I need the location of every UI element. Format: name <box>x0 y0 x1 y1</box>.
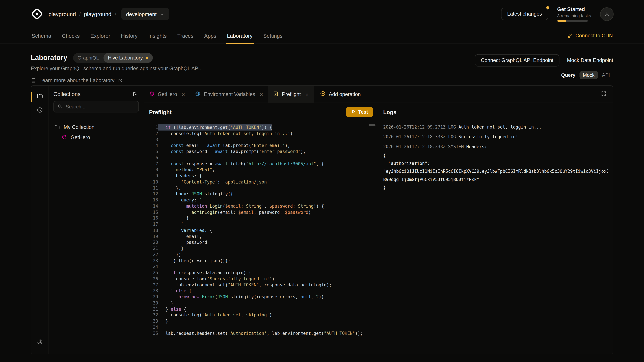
test-button[interactable]: Test <box>346 107 373 117</box>
tab-label: GetHero <box>158 91 177 97</box>
tab-label: Environment Variables <box>204 91 255 97</box>
code-editor[interactable]: 1if (!lab.environment.get("AUTH_TOKEN"))… <box>144 121 378 354</box>
play-icon <box>351 109 356 115</box>
code-line[interactable]: 16 } <box>144 215 378 221</box>
breadcrumb-org[interactable]: playground <box>48 11 76 17</box>
minimap[interactable] <box>369 124 375 126</box>
connect-to-cdn-link[interactable]: Connect to CDN <box>567 33 618 38</box>
rail-settings-button[interactable] <box>31 336 48 350</box>
code-line[interactable]: 9 headers: { <box>144 173 378 179</box>
code-line[interactable]: 27 lab.environment.set("AUTH_TOKEN", res… <box>144 282 378 288</box>
learn-more-label: Learn more about the Laboratory <box>40 78 114 83</box>
line-number: 29 <box>144 294 158 300</box>
code-line[interactable]: 29 throw new Error(JSON.stringify(respon… <box>144 294 378 300</box>
rail-history-button[interactable] <box>31 104 48 118</box>
target-selector[interactable]: development <box>121 8 170 20</box>
line-number: 3 <box>144 136 158 142</box>
code-line[interactable]: 24 <box>144 264 378 270</box>
code-line[interactable]: 8 method: "POST", <box>144 167 378 173</box>
code-line[interactable]: 5 const password = await lab.prompt('Ent… <box>144 149 378 155</box>
code-line[interactable]: 34 <box>144 324 378 330</box>
code-line[interactable]: 30 } <box>144 300 378 306</box>
hive-logo-icon[interactable] <box>30 7 44 20</box>
search-input[interactable] <box>66 104 135 110</box>
code-line[interactable]: 32 console.log('Auth token set, skipping… <box>144 312 378 318</box>
laboratory-mode-badge[interactable]: GraphiQL Hive Laboratory <box>73 53 152 63</box>
code-line[interactable]: 2 console.log('Auth token not set, loggi… <box>144 130 378 136</box>
tree-item-my-collection[interactable]: My Collection <box>48 122 144 132</box>
badge-hive-laboratory[interactable]: Hive Laboratory <box>104 53 152 63</box>
badge-dot <box>146 57 148 59</box>
code-line[interactable]: 12 body: JSON.stringify({ <box>144 191 378 197</box>
code-line[interactable]: 6 <box>144 155 378 161</box>
collections-search[interactable] <box>53 101 139 112</box>
code-line[interactable]: 19 email, <box>144 233 378 239</box>
query-toggle-api[interactable]: API <box>599 71 613 79</box>
code-line[interactable]: 17 `, <box>144 221 378 227</box>
nav-item-traces[interactable]: Traces <box>172 28 199 43</box>
tree-item-gethero[interactable]: GetHero <box>48 132 144 143</box>
mock-data-endpoint-button[interactable]: Mock Data Endpoint <box>567 57 613 63</box>
code-lines: 1if (!lab.environment.get("AUTH_TOKEN"))… <box>144 124 378 336</box>
code-line[interactable]: 15 adminLogin(email: $email, password: $… <box>144 209 378 215</box>
code-line[interactable]: 1if (!lab.environment.get("AUTH_TOKEN"))… <box>144 124 378 130</box>
code-line[interactable]: 10 'Content-Type': 'application/json' <box>144 179 378 185</box>
line-number: 4 <box>144 142 158 148</box>
code-line[interactable]: 11 }, <box>144 185 378 191</box>
get-started-progress <box>557 20 588 22</box>
code-line[interactable]: 22 }) <box>144 252 378 258</box>
nav-item-settings[interactable]: Settings <box>258 28 288 43</box>
query-toggle-mock[interactable]: Mock <box>580 71 598 79</box>
badge-graphiql[interactable]: GraphiQL <box>73 55 103 61</box>
tab-environment-variables[interactable]: Environment Variables × <box>190 86 268 103</box>
laboratory-workspace: Collections My Collection <box>31 85 613 354</box>
code-line[interactable]: 35lab.request.headers.set('Authorization… <box>144 330 378 336</box>
nav-item-insights[interactable]: Insights <box>143 28 172 43</box>
code-line[interactable]: 33} <box>144 318 378 324</box>
rail-collections-button[interactable] <box>31 90 48 104</box>
nav-item-explorer[interactable]: Explorer <box>85 28 116 43</box>
code-line[interactable]: 23 }).then(r => r.json()); <box>144 258 378 264</box>
code-line[interactable]: 7 const response = await fetch("http://l… <box>144 161 378 167</box>
code-line[interactable]: 4 const email = await lab.prompt('Enter … <box>144 142 378 148</box>
line-number: 18 <box>144 227 158 233</box>
nav-item-schema[interactable]: Schema <box>26 28 56 43</box>
code-line[interactable]: 18 variables: { <box>144 227 378 233</box>
code-line[interactable]: 31} else { <box>144 306 378 312</box>
badge-hive-laboratory-label: Hive Laboratory <box>108 55 143 61</box>
code-line[interactable]: 20 password <box>144 239 378 245</box>
code-line[interactable]: 3 <box>144 136 378 142</box>
latest-changes-button[interactable]: Latest changes <box>501 8 548 20</box>
line-number: 27 <box>144 282 158 288</box>
code-line[interactable]: 21 } <box>144 245 378 251</box>
code-line[interactable]: 14 mutation Login($email: String!, $pass… <box>144 203 378 209</box>
close-icon[interactable]: × <box>182 91 185 97</box>
code-line[interactable]: 13 query: ` <box>144 197 378 203</box>
nav-item-laboratory[interactable]: Laboratory <box>222 28 258 43</box>
learn-more-link[interactable]: Learn more about the Laboratory <box>31 78 613 83</box>
operation-tabbar: GetHero × Environment Variables × Prefli… <box>144 86 613 103</box>
code-line[interactable]: 28 } else { <box>144 288 378 294</box>
nav-item-history[interactable]: History <box>116 28 143 43</box>
line-number: 22 <box>144 252 158 258</box>
code-line[interactable]: 25 if (response.data.adminLogin) { <box>144 270 378 276</box>
tab-gethero[interactable]: GetHero × <box>144 86 190 103</box>
nav-item-apps[interactable]: Apps <box>199 28 222 43</box>
avatar[interactable] <box>600 7 614 21</box>
collections-panel: Collections My Collection <box>48 86 144 354</box>
line-number: 17 <box>144 221 158 227</box>
new-collection-icon[interactable] <box>133 91 139 97</box>
code-line[interactable]: 26 console.log('Successfully logged in!'… <box>144 276 378 282</box>
connect-graphql-endpoint-button[interactable]: Connect GraphQL API Endpoint <box>474 54 560 66</box>
get-started-widget[interactable]: Get Started 3 remaining tasks <box>557 6 591 22</box>
nav-item-checks[interactable]: Checks <box>56 28 85 43</box>
close-icon[interactable]: × <box>260 91 263 97</box>
fullscreen-button[interactable] <box>595 86 613 103</box>
close-icon[interactable]: × <box>305 91 308 97</box>
collections-title: Collections <box>53 91 80 97</box>
page-subtitle: Explore your GraphQL schema and run quer… <box>31 66 613 71</box>
add-operation-button[interactable]: Add operation <box>314 86 366 103</box>
line-number: 24 <box>144 264 158 270</box>
tab-preflight[interactable]: Preflight × <box>268 86 314 103</box>
breadcrumb-project[interactable]: playground <box>84 11 112 17</box>
